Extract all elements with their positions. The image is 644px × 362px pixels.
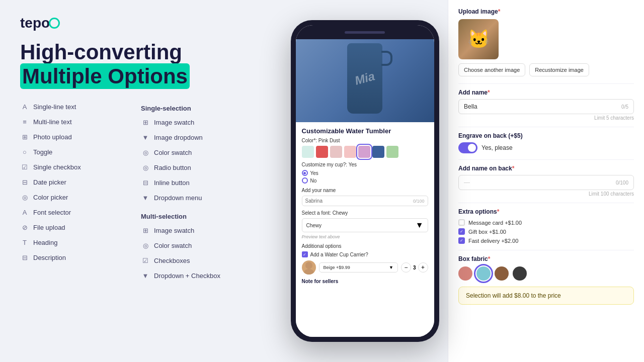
svg-point-1	[304, 269, 314, 275]
fabric-color-circles[interactable]	[458, 266, 634, 281]
carrier-checkbox-label: Add a Water Cup Carrier?	[310, 252, 368, 257]
multiline-icon: ≡	[20, 118, 29, 127]
carrier-checkbox-box[interactable]	[302, 251, 308, 257]
font-icon: A	[20, 208, 29, 217]
swatch-teal[interactable]	[302, 146, 314, 158]
cat-image: 🐱	[458, 19, 499, 59]
divider-3	[458, 159, 634, 160]
extra-cb-giftbox[interactable]	[458, 228, 465, 235]
phone-content: Mia Customizable Water Tumbler Color*: P…	[296, 39, 434, 337]
color-swatches[interactable]	[302, 146, 428, 158]
ms-color-swatch: ◎ Color swatch	[141, 239, 262, 253]
stepper-label: Beige +$9.99	[324, 265, 389, 270]
extra-option-delivery[interactable]: Fast delivery +$2.00	[458, 237, 634, 244]
ss-color-swatch: ◎ Color swatch	[141, 146, 262, 160]
stepper-row[interactable]: Beige +$9.99 ▼ − 3 +	[302, 260, 428, 275]
product-image: Mia	[296, 39, 434, 122]
extra-options-title: Extra options*	[458, 208, 634, 215]
engrave-section: Engrave on back (+$5) Yes, please	[458, 132, 634, 153]
name-back-value: —	[464, 179, 470, 186]
quantity-stepper[interactable]: − 3 +	[401, 262, 428, 273]
required-mark: *	[498, 8, 501, 15]
dropdown-icon: ▼	[141, 194, 150, 203]
stepper-plus[interactable]: +	[418, 262, 428, 273]
colorswatch-icon: ◎	[141, 148, 150, 157]
ss-image-dropdown: ▼ Image dropdown	[141, 131, 262, 145]
headline-line1: High-converting	[20, 40, 262, 64]
feature-label: Heading	[33, 239, 57, 246]
upload-buttons[interactable]: Choose another image Recustomize image	[458, 63, 634, 76]
ms-checkboxes: ☑ Checkboxes	[141, 254, 262, 268]
required-mark-back: *	[512, 165, 515, 172]
ss-image-swatch: ⊞ Image swatch	[141, 116, 262, 130]
feature-label: File upload	[33, 224, 65, 231]
feature-col-2: Single-selection ⊞ Image swatch ▼ Image …	[141, 100, 262, 283]
swatch-green[interactable]	[386, 146, 398, 158]
name-field[interactable]: Bella 0/5	[458, 99, 634, 114]
fabric-color-brown[interactable]	[495, 266, 509, 281]
radio-no-circle[interactable]	[302, 177, 308, 184]
additional-label: Additional options	[302, 243, 428, 249]
beige-select[interactable]: Beige +$9.99 ▼	[319, 262, 398, 273]
swatch-blue[interactable]	[372, 146, 384, 158]
ms-imageswatch-icon: ⊞	[141, 226, 150, 235]
feature-col-1: A Single-line text ≡ Multi-line text ⊞ P…	[20, 100, 141, 283]
radio-group[interactable]: Yes No	[302, 170, 428, 184]
feature-label: Dropdown menu	[154, 194, 202, 202]
name-field-value: Bella	[464, 103, 477, 110]
fabric-color-rose[interactable]	[458, 266, 472, 281]
extra-option-delivery-label: Fast delivery +$2.00	[468, 238, 518, 244]
name-label: Add your name	[302, 188, 428, 193]
multi-selection-header: Multi-selection	[141, 210, 262, 223]
fabric-color-teal[interactable]	[476, 266, 491, 281]
carrier-checkbox[interactable]: Add a Water Cup Carrier?	[302, 251, 428, 257]
fabric-label-text: Box fabric	[458, 255, 488, 262]
extra-cb-delivery[interactable]	[458, 237, 465, 244]
toggle-row[interactable]: Yes, please	[458, 142, 634, 153]
divider-4	[458, 203, 634, 203]
name-back-field[interactable]: — 0/100	[458, 175, 634, 190]
engrave-toggle[interactable]	[458, 142, 477, 153]
feature-file-upload: ⊘ File upload	[20, 221, 141, 235]
font-label: Select a font: Chewy	[302, 210, 428, 216]
name-back-label: Add name on back*	[458, 165, 634, 172]
swatch-red[interactable]	[316, 146, 328, 158]
swatch-purple[interactable]	[358, 146, 370, 158]
font-select[interactable]: Chewy ▼	[302, 218, 428, 232]
seller-avatar	[302, 260, 316, 275]
name-limit-note: Limit 5 characters	[458, 115, 634, 121]
radio-no-label: No	[310, 178, 317, 184]
extra-option-giftbox-label: Gift box +$1.00	[468, 229, 506, 235]
ms-dropdown-icon: ▼	[141, 272, 150, 281]
swatch-lightpink[interactable]	[330, 146, 342, 158]
radio-no[interactable]: No	[302, 177, 428, 184]
phone-mockup: Mia Customizable Water Tumbler Color*: P…	[291, 20, 439, 342]
imagedropdown-icon: ▼	[141, 133, 150, 142]
recustomize-button[interactable]: Recustomize image	[529, 63, 589, 76]
choose-another-button[interactable]: Choose another image	[458, 63, 525, 76]
heading-icon: T	[20, 238, 29, 247]
headline-highlight: Multiple Options	[20, 63, 190, 89]
stepper-minus[interactable]: −	[401, 262, 411, 273]
feature-label: Multi-line text	[33, 118, 72, 126]
radio-icon: ◎	[141, 163, 150, 172]
preview-text: Preview text above	[302, 234, 428, 239]
swatch-pink[interactable]	[344, 146, 356, 158]
date-icon: ⊟	[20, 178, 29, 187]
radio-yes[interactable]: Yes	[302, 170, 428, 176]
name-input[interactable]: Sabrina 0/100	[302, 196, 428, 206]
left-panel: tepo High-converting Multiple Options A …	[0, 0, 282, 362]
fileupload-icon: ⊘	[20, 223, 29, 232]
checkbox-icon: ☑	[20, 163, 29, 172]
fabric-color-black[interactable]	[513, 266, 527, 281]
divider-2	[458, 127, 634, 127]
feature-label: Photo upload	[33, 133, 72, 141]
extra-option-giftbox[interactable]: Gift box +$1.00	[458, 228, 634, 235]
extra-options-label-text: Extra options	[458, 208, 497, 215]
extra-option-message[interactable]: Message card +$1.00	[458, 219, 634, 226]
extra-cb-message[interactable]	[458, 219, 465, 226]
upload-label: Upload image*	[458, 8, 634, 15]
feature-label: Inline button	[154, 179, 190, 187]
radio-yes-circle[interactable]	[302, 170, 308, 176]
ms-checkbox-icon: ☑	[141, 256, 150, 265]
